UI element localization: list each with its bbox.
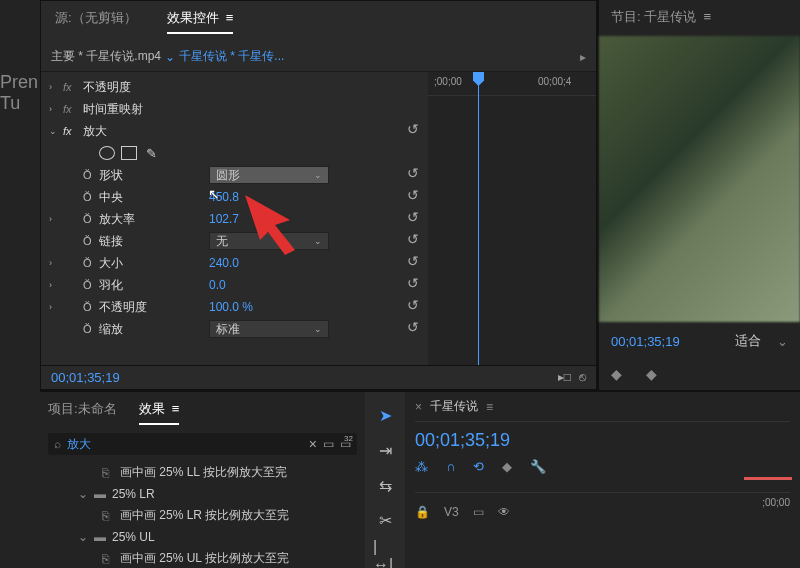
export-icon[interactable]: ⎋	[579, 370, 586, 385]
tab-effect-controls[interactable]: 效果控件 ≡	[167, 9, 234, 34]
stopwatch-icon[interactable]: Ŏ	[83, 301, 99, 313]
reset-icon[interactable]: ↺	[398, 206, 428, 228]
program-monitor-panel: 节目: 千星传说 ≡ 00;01;35;19 适合 ⌄ ◆ ◆	[597, 0, 800, 390]
bin-badge-icon[interactable]: ▭32	[340, 437, 351, 451]
toggle-output-icon[interactable]: ▭	[473, 505, 484, 519]
mask-shape-icons: ✎	[41, 142, 398, 164]
prop-shape: Ŏ 形状 圆形 ⌄	[41, 164, 398, 186]
stopwatch-icon[interactable]: Ŏ	[83, 323, 99, 335]
reset-icon[interactable]: ↺	[398, 272, 428, 294]
search-input[interactable]	[67, 437, 303, 451]
chevron-down-icon: ⌄	[78, 487, 88, 501]
mark-out-icon[interactable]: ◆	[646, 366, 657, 382]
shape-dropdown[interactable]: 圆形 ⌄	[209, 166, 329, 184]
prop-opacity[interactable]: ›fx 不透明度	[41, 76, 398, 98]
chevron-down-icon: ⌄	[78, 530, 88, 544]
snap-icon[interactable]: ⁂	[415, 459, 428, 474]
prop-size: › Ŏ 大小 240.0	[41, 252, 398, 274]
stopwatch-icon[interactable]: Ŏ	[83, 213, 99, 225]
razor-tool-icon[interactable]: ✂	[373, 509, 397, 532]
video-preview[interactable]	[599, 36, 800, 322]
track-select-tool-icon[interactable]: ⇥	[373, 439, 397, 462]
timecode[interactable]: 00;01;35;19	[51, 370, 120, 385]
prop-timeremap[interactable]: ›fx 时间重映射	[41, 98, 398, 120]
chevron-down-icon: ⌄	[314, 236, 322, 246]
reset-icon[interactable]: ↺	[398, 250, 428, 272]
timeline-toggles: ⁂ ∩ ⟲ ◆ 🔧	[415, 459, 790, 474]
chevron-down-icon[interactable]: ⌄	[165, 50, 175, 64]
tab-source[interactable]: 源:（无剪辑）	[55, 9, 137, 34]
ripple-tool-icon[interactable]: ⇆	[373, 474, 397, 497]
preset-item[interactable]: ⎘ 画中画 25% UL 按比例放大至完	[58, 547, 357, 568]
size-value[interactable]: 240.0	[209, 256, 329, 270]
timeline-timecode[interactable]: 00;01;35;19	[415, 430, 790, 451]
folder-icon: ▬	[94, 530, 106, 544]
center-value[interactable]: 450.8	[209, 190, 329, 204]
scaling-dropdown[interactable]: 标准 ⌄	[209, 320, 329, 338]
stopwatch-icon[interactable]: Ŏ	[83, 169, 99, 181]
clear-search-icon[interactable]: ×	[309, 436, 317, 452]
selection-tool-icon[interactable]: ➤	[373, 404, 397, 427]
preset-icon: ⎘	[96, 509, 114, 523]
stopwatch-icon[interactable]: Ŏ	[83, 257, 99, 269]
prop-magnification: › Ŏ 放大率 102.7	[41, 208, 398, 230]
app-text-1: Pren	[0, 72, 40, 93]
menu-icon[interactable]: ≡	[486, 400, 493, 414]
stopwatch-icon[interactable]: Ŏ	[83, 235, 99, 247]
sequence-link[interactable]: 千星传说 * 千星传...	[179, 48, 284, 65]
play-arrow-icon[interactable]: ▸	[580, 50, 586, 64]
preset-item[interactable]: ⎘ 画中画 25% LR 按比例放大至完	[58, 504, 357, 527]
program-title[interactable]: 节目: 千星传说 ≡	[611, 8, 711, 26]
status-bar: 00;01;35;19 ▸□ ⎋	[41, 365, 596, 389]
tab-effects[interactable]: 效果 ≡	[139, 400, 180, 425]
reset-icon[interactable]: ↺	[398, 228, 428, 250]
rect-mask-icon[interactable]	[121, 146, 137, 160]
feather-value[interactable]: 0.0	[209, 278, 329, 292]
prop-feather: › Ŏ 羽化 0.0	[41, 274, 398, 296]
stopwatch-icon[interactable]: Ŏ	[83, 191, 99, 203]
reset-icon[interactable]: ↺	[398, 162, 428, 184]
tab-project[interactable]: 项目:未命名	[48, 400, 117, 425]
effects-list: ⎘ 画中画 25% LL 按比例放大至完 ⌄ ▬ 25% LR ⎘ 画中画 25…	[48, 461, 357, 568]
opacity-value[interactable]: 100.0 %	[209, 300, 329, 314]
magnet-icon[interactable]: ∩	[446, 459, 455, 474]
slip-tool-icon[interactable]: |↔|	[373, 544, 397, 568]
lock-icon[interactable]: 🔒	[415, 505, 430, 519]
mini-timeline[interactable]: ;00;00 00;00;4	[428, 72, 596, 365]
preview-controls: 00;01;35;19 适合 ⌄	[599, 324, 800, 358]
linked-icon[interactable]: ⟲	[473, 459, 484, 474]
folder-item[interactable]: ⌄ ▬ 25% LR	[58, 484, 357, 504]
chevron-down-icon: ⌄	[314, 324, 322, 334]
toggle-icon[interactable]: ▸□	[558, 370, 571, 385]
markers-icon[interactable]: ◆	[502, 459, 512, 474]
bin-icon[interactable]: ▭	[323, 437, 334, 451]
timeline-zoom-bar[interactable]	[744, 477, 792, 480]
pen-mask-icon[interactable]: ✎	[143, 146, 159, 160]
magnification-value[interactable]: 102.7	[209, 212, 329, 226]
track-label[interactable]: V3	[444, 505, 459, 519]
sequence-name[interactable]: 千星传说	[430, 398, 478, 415]
ellipse-mask-icon[interactable]	[99, 146, 115, 160]
chevron-down-icon[interactable]: ⌄	[777, 334, 788, 349]
close-icon[interactable]: ×	[415, 400, 422, 414]
settings-icon[interactable]: 🔧	[530, 459, 546, 474]
reset-icon[interactable]: ↺	[398, 118, 428, 140]
fit-dropdown[interactable]: 适合	[735, 332, 761, 350]
stopwatch-icon[interactable]: Ŏ	[83, 279, 99, 291]
chevron-down-icon: ⌄	[314, 170, 322, 180]
timeline-tracks: 🔒 V3 ▭ 👁	[415, 492, 790, 519]
reset-icon[interactable]: ↺	[398, 294, 428, 316]
mark-in-icon[interactable]: ◆	[611, 366, 622, 382]
reset-icon[interactable]: ↺	[398, 184, 428, 206]
prop-magnify[interactable]: ⌄fx 放大	[41, 120, 398, 142]
folder-item[interactable]: ⌄ ▬ 25% UL	[58, 527, 357, 547]
playhead[interactable]	[478, 72, 479, 365]
project-panel: 项目:未命名 效果 ≡ ⌕ × ▭ ▭32 ⎘ 画中画 25% LL 按比例放大…	[40, 392, 365, 568]
eye-icon[interactable]: 👁	[498, 505, 510, 519]
reset-icon[interactable]: ↺	[398, 316, 428, 338]
mini-ruler[interactable]: ;00;00 00;00;4	[428, 72, 596, 96]
preset-item[interactable]: ⎘ 画中画 25% LL 按比例放大至完	[58, 461, 357, 484]
effect-controls-panel: 源:（无剪辑） 效果控件 ≡ 主要 * 千星传说.mp4 ⌄ 千星传说 * 千星…	[40, 0, 597, 390]
program-timecode[interactable]: 00;01;35;19	[611, 334, 680, 349]
link-dropdown[interactable]: 无 ⌄	[209, 232, 329, 250]
